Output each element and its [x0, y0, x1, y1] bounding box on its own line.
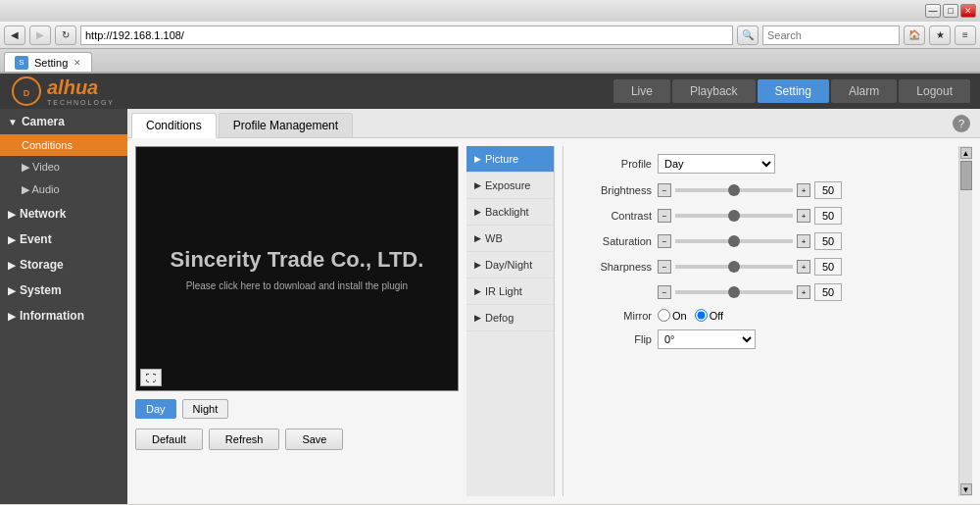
nav-tab-playback[interactable]: Playback [672, 79, 756, 103]
nav-tab-setting[interactable]: Setting [758, 79, 829, 103]
sidebar-section-system-label: System [20, 283, 62, 297]
submenu-exposure[interactable]: ▶ Exposure [466, 173, 554, 199]
sharpness-value: 50 [814, 258, 842, 276]
mirror-off-label[interactable]: Off [695, 309, 723, 322]
tab-profile-management[interactable]: Profile Management [219, 113, 353, 137]
contrast-minus-icon[interactable]: − [658, 209, 671, 223]
brightness-plus-icon[interactable]: + [797, 183, 810, 197]
submenu-wb-label: WB [485, 232, 503, 244]
divider [563, 146, 564, 496]
back-button[interactable]: ◀ [4, 25, 25, 45]
gamma-slider[interactable] [675, 290, 793, 294]
refresh-button[interactable]: Refresh [209, 429, 280, 450]
gamma-minus-icon[interactable]: − [658, 285, 671, 299]
scroll-down-arrow[interactable]: ▼ [960, 483, 972, 495]
profile-select[interactable]: Day Night Normal [658, 154, 775, 174]
nav-tab-alarm[interactable]: Alarm [831, 79, 897, 103]
search-button[interactable]: 🔍 [737, 25, 759, 45]
mirror-off-radio[interactable] [695, 309, 708, 322]
arrow-icon: ▼ [8, 117, 18, 127]
logo-text: alhua [47, 76, 98, 98]
sidebar-item-audio[interactable]: ▶ Audio [0, 178, 127, 201]
submenu-wb[interactable]: ▶ WB [466, 226, 554, 252]
sidebar: ▼ Camera Conditions ▶ Video ▶ Audio ▶ Ne… [0, 109, 127, 504]
top-nav: Live Playback Setting Alarm Logout [613, 79, 970, 103]
sidebar-section-network[interactable]: ▶ Network [0, 201, 127, 227]
sidebar-section-information[interactable]: ▶ Information [0, 303, 127, 328]
contrast-label: Contrast [583, 210, 652, 222]
arrow-icon-irlight: ▶ [474, 286, 481, 296]
maximize-button[interactable]: □ [943, 4, 958, 18]
tab-close-icon[interactable]: ✕ [74, 58, 81, 68]
mirror-on-radio[interactable] [658, 309, 670, 322]
close-button[interactable]: ✕ [960, 4, 976, 18]
svg-text:D: D [24, 88, 30, 98]
night-button[interactable]: Night [182, 399, 229, 419]
submenu-defog[interactable]: ▶ Defog [466, 305, 554, 331]
mirror-on-text: On [672, 310, 687, 322]
save-button[interactable]: Save [285, 429, 343, 450]
minimize-button[interactable]: — [925, 4, 941, 18]
scroll-thumb[interactable] [960, 161, 972, 190]
sidebar-section-event[interactable]: ▶ Event [0, 227, 127, 252]
scroll-up-arrow[interactable]: ▲ [960, 147, 972, 159]
mirror-radio-group: On Off [658, 309, 723, 322]
brightness-value: 50 [814, 181, 842, 199]
sidebar-section-storage[interactable]: ▶ Storage [0, 252, 127, 278]
settings-button[interactable]: ≡ [955, 25, 976, 45]
saturation-minus-icon[interactable]: − [658, 234, 671, 248]
submenu-ir-light[interactable]: ▶ IR Light [466, 278, 554, 305]
star-button[interactable]: ★ [929, 25, 951, 45]
arrow-icon-info: ▶ [8, 311, 16, 322]
sidebar-section-camera[interactable]: ▼ Camera [0, 109, 127, 134]
profile-label: Profile [583, 158, 652, 170]
sidebar-section-storage-label: Storage [20, 258, 64, 272]
sharpness-minus-icon[interactable]: − [658, 260, 671, 274]
sidebar-section-info-label: Information [20, 309, 84, 323]
contrast-plus-icon[interactable]: + [797, 209, 810, 223]
home-button[interactable]: 🏠 [904, 25, 925, 45]
sidebar-section-system[interactable]: ▶ System [0, 278, 127, 303]
arrow-icon-event: ▶ [8, 234, 16, 245]
sidebar-section-event-label: Event [20, 232, 52, 246]
tab-favicon: S [15, 56, 28, 70]
saturation-slider[interactable] [675, 239, 793, 243]
tab-conditions[interactable]: Conditions [131, 113, 217, 138]
browser-search-input[interactable] [762, 25, 900, 45]
gamma-plus-icon[interactable]: + [797, 285, 810, 299]
panel-tabs: Conditions Profile Management ? [127, 109, 980, 138]
sharpness-slider[interactable] [675, 265, 793, 269]
mirror-on-label[interactable]: On [658, 309, 687, 322]
mirror-off-text: Off [710, 310, 723, 322]
bottom-buttons: Default Refresh Save [135, 429, 459, 450]
submenu-day-night[interactable]: ▶ Day/Night [466, 252, 554, 278]
contrast-slider[interactable] [675, 214, 793, 218]
saturation-plus-icon[interactable]: + [797, 234, 810, 248]
sidebar-item-conditions[interactable]: Conditions [0, 134, 127, 156]
reload-button[interactable]: ↻ [55, 25, 76, 45]
arrow-icon-storage: ▶ [8, 260, 16, 271]
fullscreen-button[interactable]: ⛶ [140, 369, 162, 386]
brightness-minus-icon[interactable]: − [658, 183, 671, 197]
mirror-row: Mirror On Off [583, 309, 939, 322]
day-button[interactable]: Day [135, 399, 176, 419]
submenu-picture[interactable]: ▶ Picture [466, 146, 554, 173]
gamma-value: 50 [814, 283, 842, 301]
help-button[interactable]: ? [953, 115, 970, 132]
sharpness-row: Sharpness − + 50 [583, 258, 939, 276]
address-bar[interactable] [80, 25, 733, 45]
tab-title: Setting [34, 57, 68, 69]
brightness-slider[interactable] [675, 188, 793, 192]
sidebar-item-video[interactable]: ▶ Video [0, 156, 127, 178]
panel-content: Sincerity Trade Co., LTD. Please click h… [127, 138, 980, 504]
brightness-row: Brightness − + 50 [583, 181, 939, 199]
sharpness-plus-icon[interactable]: + [797, 260, 810, 274]
submenu-backlight[interactable]: ▶ Backlight [466, 199, 554, 226]
default-button[interactable]: Default [135, 429, 203, 450]
nav-tab-logout[interactable]: Logout [899, 79, 970, 103]
browser-tab[interactable]: S Setting ✕ [4, 52, 92, 72]
arrow-icon-backlight: ▶ [474, 207, 481, 217]
forward-button[interactable]: ▶ [29, 25, 51, 45]
flip-select[interactable]: 0° 90° 180° 270° [658, 329, 756, 349]
nav-tab-live[interactable]: Live [613, 79, 670, 103]
